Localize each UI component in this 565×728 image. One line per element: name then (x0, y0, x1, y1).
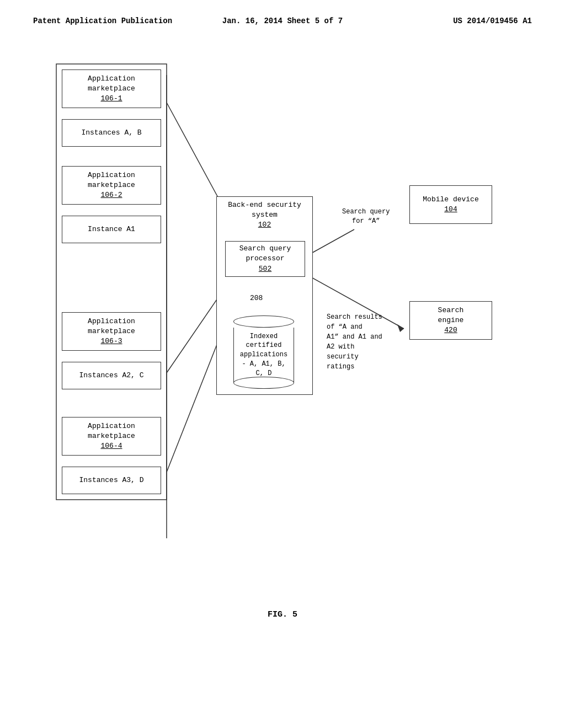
diagram: Applicationmarketplace 106-1 Instances A… (45, 58, 520, 599)
cylinder-body: Indexedcertifiedapplications- A, A1, B,C… (233, 328, 294, 383)
app-marketplace-4-box: Applicationmarketplace 106-4 (62, 417, 161, 456)
instances-a3d-box: Instances A3, D (62, 467, 161, 494)
backend-security-ref: 102 (258, 221, 271, 229)
app-marketplace-1-box: Applicationmarketplace 106-1 (62, 69, 161, 108)
db-ref-label: 208 (250, 294, 263, 302)
search-query-text: Search queryfor “A” (342, 208, 390, 225)
app-marketplace-1-label: Applicationmarketplace (88, 74, 135, 94)
header-left-text: Patent Application Publication (33, 17, 172, 25)
instance-a1-label: Instance A1 (88, 224, 135, 234)
database-cylinder: Indexedcertifiedapplications- A, A1, B,C… (233, 315, 294, 389)
instances-ab-label: Instances A, B (81, 128, 141, 138)
instances-a2c-label: Instances A2, C (79, 371, 143, 381)
app-marketplace-1-ref: 106-1 (100, 94, 122, 104)
search-results-text: Search resultsof “A andA1” and A1 andA2 … (327, 313, 382, 371)
app-marketplace-2-box: Applicationmarketplace 106-2 (62, 166, 161, 205)
instances-a2c-box: Instances A2, C (62, 362, 161, 389)
header-right-text: US 2014/019456 A1 (453, 17, 532, 25)
figure-caption-text: FIG. 5 (268, 610, 297, 619)
backend-security-label: Back-end securitysystem (228, 201, 301, 219)
header-center: Jan. 16, 2014 Sheet 5 of 7 (199, 17, 365, 25)
instances-ab-box: Instances A, B (62, 119, 161, 147)
app-marketplace-2-label: Applicationmarketplace (88, 170, 135, 190)
instance-a1-box: Instance A1 (62, 216, 161, 243)
header-left: Patent Application Publication (33, 17, 199, 25)
header-center-text: Jan. 16, 2014 Sheet 5 of 7 (222, 17, 343, 25)
backend-security-box: Back-end securitysystem 102 Search query… (216, 196, 313, 395)
search-engine-ref: 420 (444, 325, 457, 335)
search-results-label: Search resultsof “A andA1” and A1 andA2 … (327, 312, 382, 372)
mobile-device-ref: 104 (444, 205, 457, 215)
cylinder-bottom (233, 377, 294, 389)
app-marketplace-4-label: Applicationmarketplace (88, 421, 135, 441)
app-marketplace-3-label: Applicationmarketplace (88, 317, 135, 336)
cylinder-top (233, 315, 294, 328)
figure-caption: FIG. 5 (33, 610, 532, 619)
search-engine-label: Searchengine (438, 306, 464, 325)
search-query-label: Search queryfor “A” (342, 207, 390, 226)
mobile-device-box: Mobile device 104 (409, 185, 492, 224)
search-query-processor-ref: 502 (259, 264, 271, 274)
app-marketplace-3-ref: 106-3 (100, 336, 122, 346)
search-query-processor-label: Search queryprocessor (239, 244, 291, 264)
instances-a3d-label: Instances A3, D (79, 475, 143, 485)
svg-marker-7 (397, 324, 404, 332)
app-marketplace-3-box: Applicationmarketplace 106-3 (62, 312, 161, 351)
header-right: US 2014/019456 A1 (366, 17, 532, 25)
mobile-device-label: Mobile device (423, 195, 478, 205)
app-marketplace-4-ref: 106-4 (100, 441, 122, 451)
db-label: Indexedcertifiedapplications- A, A1, B,C… (240, 332, 287, 378)
app-marketplace-2-ref: 106-2 (100, 190, 122, 200)
search-engine-box: Searchengine 420 (409, 301, 492, 340)
page-header: Patent Application Publication Jan. 16, … (33, 17, 532, 25)
search-query-processor-box: Search queryprocessor 502 (225, 241, 305, 277)
